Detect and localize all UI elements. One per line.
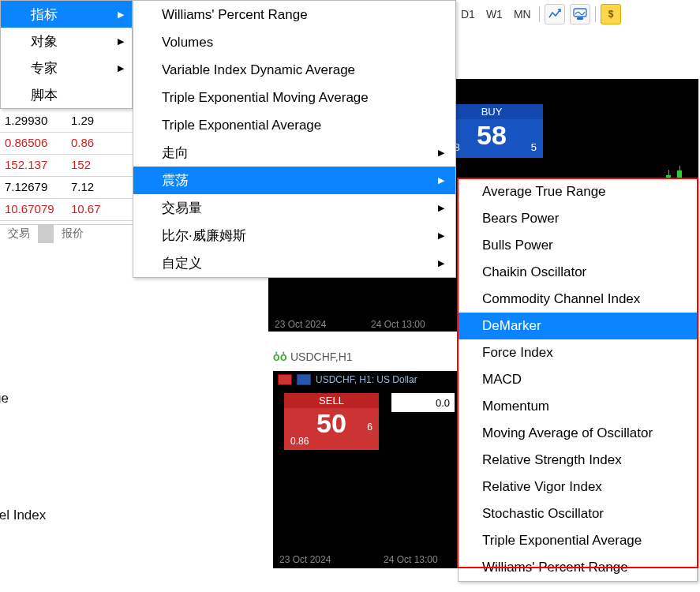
tf-w1[interactable]: W1 <box>483 6 506 22</box>
menu-item-label: Bears Power <box>482 211 559 227</box>
menu-item-label: 自定义 <box>162 254 202 272</box>
menu-item-macd[interactable]: MACD <box>459 366 697 393</box>
tab-divider <box>38 225 54 243</box>
menu-item-label: 比尔·威廉姆斯 <box>162 227 246 245</box>
list-item[interactable]: odity Channel Index <box>0 500 166 530</box>
menu-item-label: Chaikin Oscillator <box>482 264 586 280</box>
menu-item-indicators[interactable]: 指标 ▶ <box>1 1 132 28</box>
buy-price-exp: 5 <box>531 141 537 153</box>
tf-mn[interactable]: MN <box>511 6 534 22</box>
chevron-right-icon: ▶ <box>118 36 124 47</box>
menu-item-williams-pr[interactable]: Williams' Percent Range <box>133 1 455 28</box>
list-item[interactable]: e True Range <box>0 384 166 413</box>
sell-price-prefix: 0.86 <box>290 436 309 447</box>
menu-item-label: Triple Exponential Moving Average <box>162 90 369 106</box>
menu-item-oscillators[interactable]: 震荡▶ <box>133 167 455 194</box>
toolbar: D1 W1 MN $ <box>458 3 621 25</box>
menu-item-chaikin[interactable]: Chaikin Oscillator <box>459 259 697 286</box>
tab-trade[interactable]: 交易 <box>0 225 38 243</box>
price-row[interactable]: 1.299301.29 <box>0 111 133 133</box>
menu-item-stochastic[interactable]: Stochastic Oscillator <box>459 500 697 527</box>
panel-tabs: 交易 报价 <box>0 224 133 243</box>
menu-item-label: Bulls Power <box>482 238 553 253</box>
menu-item-label: Moving Average of Oscillator <box>482 425 653 441</box>
chevron-right-icon: ▶ <box>118 9 124 20</box>
price-row[interactable]: 0.865060.86 <box>0 133 133 155</box>
menu-item-label: Average True Range <box>482 184 606 200</box>
menu-item-vidya[interactable]: Variable Index Dynamic Average <box>133 56 455 84</box>
sell-button[interactable]: SELL 0.86 50 6 <box>284 393 379 450</box>
chart-symbol-label: USDCHF,H1 <box>290 350 353 363</box>
menu-item-osma[interactable]: Moving Average of Oscillator <box>459 420 697 447</box>
menu-item-label: Relative Vigor Index <box>482 479 602 495</box>
chart-time-left: 23 Oct 2024 <box>279 554 331 565</box>
lot-input[interactable]: 0.0 <box>391 393 455 412</box>
chart-line-icon[interactable] <box>545 4 565 24</box>
list-item[interactable]: n Oscillator <box>0 471 166 500</box>
toolbar-separator <box>595 6 596 22</box>
chevron-right-icon: ▶ <box>438 148 444 158</box>
list-item[interactable]: ntum <box>0 588 166 592</box>
menu-item-bulls[interactable]: Bulls Power <box>459 232 697 259</box>
candles-icon: ȯȯ <box>273 350 287 363</box>
menu-item-objects[interactable]: 对象 ▶ <box>1 28 132 54</box>
submenu-oscillators: Average True Range Bears Power Bulls Pow… <box>458 178 698 582</box>
chevron-right-icon: ▶ <box>438 230 444 241</box>
flag-icon <box>278 374 292 385</box>
context-menu-insert: 指标 ▶ 对象 ▶ 专家 ▶ 脚本 <box>0 0 133 109</box>
menu-item-label: Relative Strength Index <box>482 452 622 468</box>
menu-item-label: 震荡 <box>162 171 189 189</box>
menu-item-label: Triple Exponential Average <box>162 118 321 133</box>
menu-item-label: Williams' Percent Range <box>482 560 628 575</box>
menu-item-demarker[interactable]: DeMarker <box>459 313 697 339</box>
chart-time-left: 23 Oct 2024 <box>275 319 326 330</box>
chevron-right-icon: ▶ <box>438 203 444 213</box>
menu-item-label: 走向 <box>162 144 189 162</box>
list-item[interactable]: ower <box>0 442 166 471</box>
menu-item-volume-group[interactable]: 交易量▶ <box>133 194 455 222</box>
price-row[interactable]: 7.126797.12 <box>0 177 133 199</box>
menu-item-label: Triple Exponential Average <box>482 533 642 549</box>
menu-item-bill-williams[interactable]: 比尔·威廉姆斯▶ <box>133 222 455 249</box>
menu-item-momentum[interactable]: Momentum <box>459 393 697 420</box>
menu-item-label: Commodity Channel Index <box>482 291 640 307</box>
menu-item-scripts[interactable]: 脚本 <box>1 81 132 108</box>
flag-icon <box>297 374 311 385</box>
cropped-list: e True Range Power ower n Oscillator odi… <box>0 384 166 592</box>
menu-item-label: Momentum <box>482 399 549 414</box>
menu-item-force[interactable]: Force Index <box>459 339 697 366</box>
svg-rect-1 <box>577 17 583 20</box>
menu-item-atr[interactable]: Average True Range <box>459 178 697 205</box>
price-row[interactable]: 152.137152 <box>0 155 133 177</box>
menu-item-tema[interactable]: Triple Exponential Moving Average <box>133 84 455 111</box>
menu-item-label: 专家 <box>31 59 58 77</box>
menu-item-label: Force Index <box>482 345 553 361</box>
menu-item-trix2[interactable]: Triple Exponential Average <box>459 527 697 554</box>
indicator-panel-icon[interactable] <box>570 4 590 24</box>
menu-item-label: 交易量 <box>162 199 202 217</box>
dollar-icon[interactable]: $ <box>601 4 621 24</box>
menu-item-volumes[interactable]: Volumes <box>133 28 455 56</box>
sell-price-big: 50 <box>316 408 346 438</box>
menu-item-trix[interactable]: Triple Exponential Average <box>133 111 455 139</box>
menu-item-wpr2[interactable]: Williams' Percent Range <box>459 554 697 581</box>
menu-item-label: 指标 <box>31 6 58 24</box>
list-item[interactable]: ker <box>0 530 166 559</box>
menu-item-label: DeMarker <box>482 318 541 334</box>
list-item[interactable]: Power <box>0 413 166 442</box>
menu-item-experts[interactable]: 专家 ▶ <box>1 54 132 81</box>
menu-item-cci[interactable]: Commodity Channel Index <box>459 286 697 313</box>
menu-item-rvi[interactable]: Relative Vigor Index <box>459 474 697 500</box>
menu-item-rsi[interactable]: Relative Strength Index <box>459 447 697 474</box>
menu-item-label: Stochastic Oscillator <box>482 506 604 522</box>
menu-item-custom[interactable]: 自定义▶ <box>133 249 455 277</box>
menu-item-label: Volumes <box>162 35 213 51</box>
menu-item-trend[interactable]: 走向▶ <box>133 139 455 167</box>
chart-time-right: 24 Oct 13:00 <box>384 554 438 565</box>
menu-item-bears[interactable]: Bears Power <box>459 205 697 232</box>
tf-d1[interactable]: D1 <box>458 6 478 22</box>
chart-inner-title: USDCHF, H1: US Dollar <box>316 374 417 385</box>
price-row[interactable]: 10.6707910.67 <box>0 199 133 221</box>
tab-quote[interactable]: 报价 <box>54 225 92 243</box>
list-item[interactable]: ndex <box>0 559 166 588</box>
